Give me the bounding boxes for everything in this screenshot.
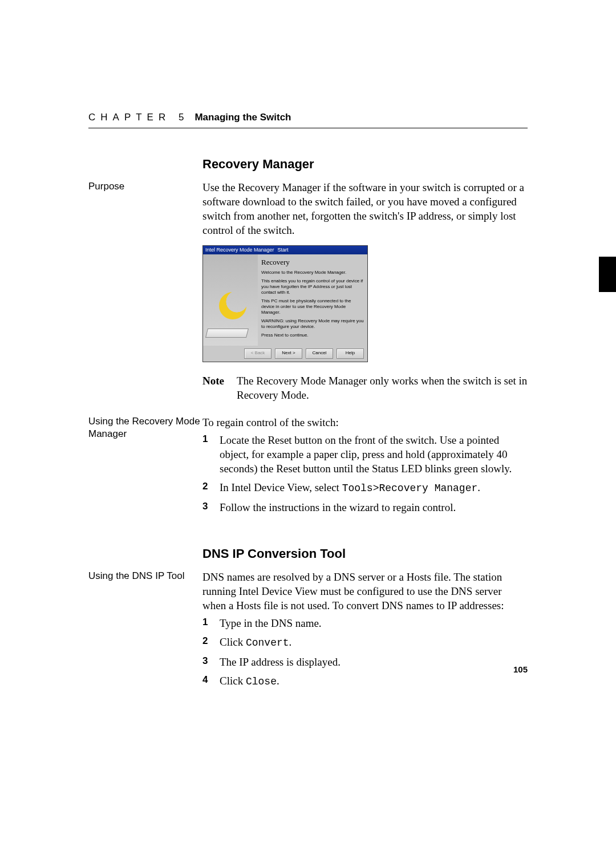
sidebar-label: Using the Recovery Mode Manager <box>88 415 202 441</box>
wizard-titlebar: Intel Recovery Mode Manager Start <box>203 246 367 254</box>
content: Recovery Manager Purpose Use the Recover… <box>88 156 528 694</box>
ui-path: Convert <box>246 637 289 649</box>
wizard-subtitle: Start <box>278 247 289 254</box>
step-text: . <box>289 636 292 648</box>
list-item: Follow the instructions in the wizard to… <box>202 500 528 514</box>
body-text: To regain control of the switch: <box>202 415 528 429</box>
next-button[interactable]: Next > <box>275 348 302 359</box>
section-row: Recovery Manager <box>88 156 528 180</box>
note: Note The Recovery Mode Manager only work… <box>202 374 528 402</box>
step-text: Click <box>220 636 246 648</box>
moon-icon <box>219 292 246 319</box>
step-text: The IP address is displayed. <box>220 656 341 668</box>
wizard-line: This PC must be physically connected to … <box>261 298 364 315</box>
sidebar-label: Purpose <box>88 180 202 193</box>
page: CHAPTER 5 Managing the Switch Recovery M… <box>0 0 616 851</box>
wizard-line: This enables you to regain control of yo… <box>261 278 364 295</box>
wizard-line: Welcome to the Recovery Mode Manager. <box>261 270 364 275</box>
step-text: . <box>477 481 480 493</box>
ui-path: Close <box>246 676 277 687</box>
wizard-title: Intel Recovery Mode Manager <box>205 247 274 254</box>
chapter-label: CHAPTER 5 <box>88 112 189 123</box>
list-item: In Intel Device View, select Tools>Recov… <box>202 480 528 496</box>
dns-row: Using the DNS IP Tool DNS names are reso… <box>88 570 528 694</box>
wizard-line: Press Next to continue. <box>261 333 364 338</box>
step-text: In Intel Device View, select <box>220 481 342 493</box>
wizard-sidebar-image <box>203 254 258 346</box>
header-rule <box>88 128 528 128</box>
wizard-line: WARNING: using Recovery Mode may require… <box>261 318 364 330</box>
device-icon <box>205 329 249 338</box>
step-text: . <box>277 675 279 687</box>
list-item: Type in the DNS name. <box>202 616 528 630</box>
step-list: Locate the Reset button on the front of … <box>202 433 528 514</box>
step-text: Type in the DNS name. <box>220 617 322 629</box>
wizard-heading: Recovery <box>261 258 364 267</box>
step-list: Type in the DNS name. Click Convert. The… <box>202 616 528 689</box>
running-header: CHAPTER 5 Managing the Switch <box>88 112 528 123</box>
ui-path: Tools>Recovery Manager <box>342 483 478 494</box>
note-label: Note <box>202 374 237 402</box>
wizard-screenshot: Intel Recovery Mode Manager Start Recove… <box>202 245 368 362</box>
list-item: Locate the Reset button on the front of … <box>202 433 528 476</box>
body-text: Use the Recovery Manager if the software… <box>202 180 528 237</box>
list-item: Click Convert. <box>202 635 528 650</box>
list-item: The IP address is displayed. <box>202 655 528 669</box>
cancel-button[interactable]: Cancel <box>306 348 333 359</box>
note-text: The Recovery Mode Manager only works whe… <box>237 374 528 402</box>
list-item: Click Close. <box>202 674 528 689</box>
body-text: DNS names are resolved by a DNS server o… <box>202 570 528 613</box>
help-button[interactable]: Help <box>337 348 364 359</box>
step-text: Click <box>220 675 246 687</box>
back-button[interactable]: < Back <box>244 348 271 359</box>
section-heading: Recovery Manager <box>202 156 528 172</box>
section-tab <box>599 257 616 292</box>
sidebar-label: Using the DNS IP Tool <box>88 570 202 583</box>
step-text: Follow the instructions in the wizard to… <box>220 501 456 513</box>
step-text: Locate the Reset button on the front of … <box>220 434 512 475</box>
section-heading: DNS IP Conversion Tool <box>202 545 528 562</box>
wizard-text-pane: Recovery Welcome to the Recovery Mode Ma… <box>258 254 367 346</box>
page-number: 105 <box>513 664 528 674</box>
chapter-title: Managing the Switch <box>194 112 291 123</box>
wizard-button-row: < Back Next > Cancel Help <box>203 346 367 362</box>
using-row: Using the Recovery Mode Manager To regai… <box>88 415 528 519</box>
section-row: DNS IP Conversion Tool <box>88 545 528 570</box>
purpose-row: Purpose Use the Recovery Manager if the … <box>88 180 528 415</box>
